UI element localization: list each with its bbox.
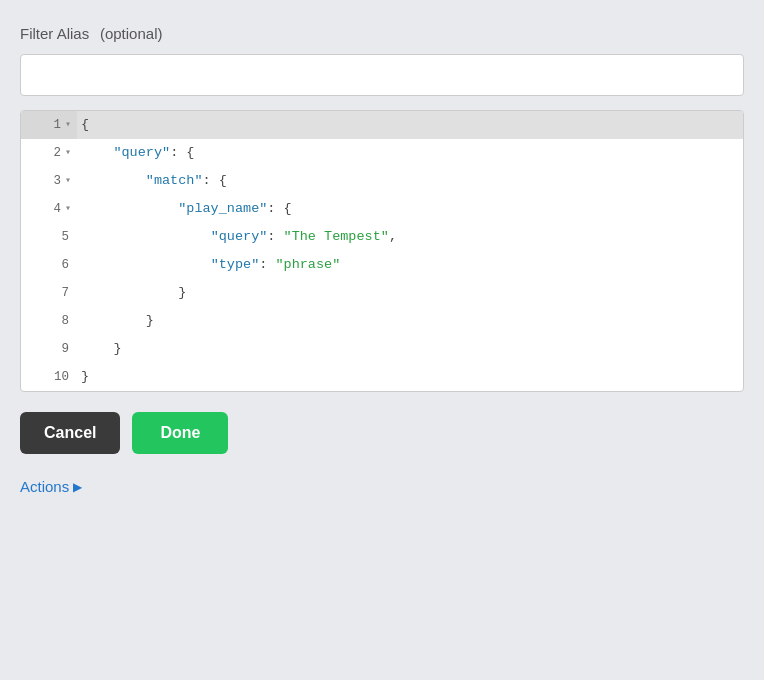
page-container: Filter Alias (optional) 1▾{2▾ "query": {… bbox=[20, 24, 744, 495]
line-gutter: 7 bbox=[21, 279, 77, 307]
line-content: "query": "The Tempest", bbox=[77, 223, 743, 251]
line-content: "match": { bbox=[77, 167, 743, 195]
code-line: 2▾ "query": { bbox=[21, 139, 743, 167]
line-number: 5 bbox=[61, 223, 69, 251]
code-line: 9 } bbox=[21, 335, 743, 363]
json-colon: : bbox=[203, 173, 219, 188]
line-gutter: 9 bbox=[21, 335, 77, 363]
json-colon: : bbox=[267, 229, 283, 244]
line-content: { bbox=[77, 111, 743, 139]
line-content: } bbox=[77, 279, 743, 307]
line-number: 3 bbox=[53, 167, 61, 195]
collapse-arrow-icon[interactable]: ▾ bbox=[65, 139, 71, 167]
buttons-row: Cancel Done bbox=[20, 412, 744, 454]
filter-alias-heading: Filter Alias (optional) bbox=[20, 24, 744, 44]
line-content: } bbox=[77, 335, 743, 363]
line-gutter: 5 bbox=[21, 223, 77, 251]
collapse-arrow-icon[interactable]: ▾ bbox=[65, 111, 71, 139]
json-key: "match" bbox=[146, 173, 203, 188]
actions-arrow-icon: ▶ bbox=[73, 480, 82, 494]
json-string: "phrase" bbox=[275, 257, 340, 272]
code-line: 5 "query": "The Tempest", bbox=[21, 223, 743, 251]
line-number: 9 bbox=[61, 335, 69, 363]
line-content: "play_name": { bbox=[77, 195, 743, 223]
line-content: "query": { bbox=[77, 139, 743, 167]
code-editor: 1▾{2▾ "query": {3▾ "match": {4▾ "play_na… bbox=[20, 110, 744, 392]
json-brace: { bbox=[284, 201, 292, 216]
collapse-arrow-icon[interactable]: ▾ bbox=[65, 167, 71, 195]
json-brace: { bbox=[186, 145, 194, 160]
code-line: 7 } bbox=[21, 279, 743, 307]
json-colon: : bbox=[170, 145, 186, 160]
json-brace: { bbox=[81, 117, 89, 132]
filter-alias-input[interactable] bbox=[20, 54, 744, 96]
line-content: "type": "phrase" bbox=[77, 251, 743, 279]
line-number: 10 bbox=[54, 363, 69, 391]
json-brace: } bbox=[81, 369, 89, 384]
json-comma: , bbox=[389, 229, 397, 244]
code-line: 8 } bbox=[21, 307, 743, 335]
line-content: } bbox=[77, 363, 743, 391]
line-gutter[interactable]: 2▾ bbox=[21, 139, 77, 167]
line-content: } bbox=[77, 307, 743, 335]
line-number: 2 bbox=[53, 139, 61, 167]
line-number: 7 bbox=[61, 279, 69, 307]
json-brace: } bbox=[113, 341, 121, 356]
code-line: 3▾ "match": { bbox=[21, 167, 743, 195]
filter-alias-optional: (optional) bbox=[100, 25, 163, 42]
actions-label: Actions bbox=[20, 478, 69, 495]
code-line: 4▾ "play_name": { bbox=[21, 195, 743, 223]
line-gutter[interactable]: 4▾ bbox=[21, 195, 77, 223]
line-number: 1 bbox=[53, 111, 61, 139]
json-colon: : bbox=[267, 201, 283, 216]
json-key: "query" bbox=[113, 145, 170, 160]
actions-link[interactable]: Actions ▶ bbox=[20, 478, 744, 495]
line-gutter: 6 bbox=[21, 251, 77, 279]
json-key: "type" bbox=[211, 257, 260, 272]
line-gutter[interactable]: 3▾ bbox=[21, 167, 77, 195]
done-button[interactable]: Done bbox=[132, 412, 228, 454]
line-gutter[interactable]: 1▾ bbox=[21, 111, 77, 139]
json-brace: } bbox=[178, 285, 186, 300]
json-key: "play_name" bbox=[178, 201, 267, 216]
json-brace: } bbox=[146, 313, 154, 328]
code-line: 6 "type": "phrase" bbox=[21, 251, 743, 279]
json-string: "The Tempest" bbox=[284, 229, 389, 244]
code-line: 1▾{ bbox=[21, 111, 743, 139]
json-key: "query" bbox=[211, 229, 268, 244]
line-gutter: 8 bbox=[21, 307, 77, 335]
line-number: 4 bbox=[53, 195, 61, 223]
line-number: 8 bbox=[61, 307, 69, 335]
collapse-arrow-icon[interactable]: ▾ bbox=[65, 195, 71, 223]
line-number: 6 bbox=[61, 251, 69, 279]
cancel-button[interactable]: Cancel bbox=[20, 412, 120, 454]
code-line: 10} bbox=[21, 363, 743, 391]
json-colon: : bbox=[259, 257, 275, 272]
json-brace: { bbox=[219, 173, 227, 188]
line-gutter: 10 bbox=[21, 363, 77, 391]
filter-alias-title: Filter Alias bbox=[20, 25, 89, 42]
